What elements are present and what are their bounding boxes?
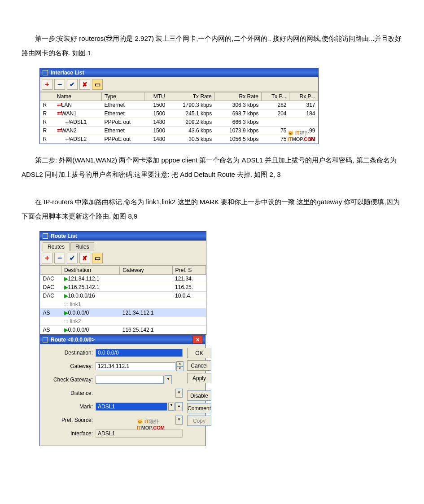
destination-input[interactable] <box>96 349 183 357</box>
table-cell: 43.6 kbps <box>168 127 214 135</box>
route-flag-cell <box>40 300 61 309</box>
route-col-header[interactable]: Gateway <box>120 266 172 275</box>
interface-name-cell: ⮂WAN2 <box>54 127 102 135</box>
table-cell: 30.5 kbps <box>168 135 214 144</box>
add-button[interactable]: + <box>42 253 52 263</box>
table-cell: 1500 <box>144 110 168 118</box>
table-row[interactable]: R⮂LANEthernet15001790.3 kbps306.3 kbps28… <box>40 101 318 110</box>
route-destination-cell: ::: link2 <box>61 317 206 326</box>
route-col-header[interactable]: Pref. S <box>172 266 205 275</box>
comments-button[interactable]: ▭ <box>92 253 103 263</box>
table-row[interactable]: R⮂WAN1Ethernet1500245.1 kbps698.7 kbps20… <box>40 110 318 118</box>
route-list-tabs: Routes Rules <box>40 241 206 251</box>
route-destination-cell: ▶116.25.142.1 <box>61 283 120 292</box>
route-dialog-titlebar: Route <0.0.0.0/0> ✕ <box>40 335 205 344</box>
window-icon <box>43 337 48 342</box>
route-gateway-cell <box>120 275 172 283</box>
route-list-toolbar: + − ✔ ✘ ▭ <box>40 251 206 266</box>
interface-col-header[interactable]: Rx Rate <box>214 92 261 101</box>
figure-interface-list: Interface List + − ✔ ✘ ▭ NameTypeMTUTx R… <box>39 68 402 144</box>
pref-source-expand[interactable]: ▼ <box>175 416 183 425</box>
table-cell: 99 <box>289 135 318 144</box>
cancel-button[interactable]: Cancel <box>187 360 211 371</box>
route-col-header[interactable] <box>40 266 61 275</box>
table-cell: R <box>40 127 54 135</box>
tab-rules[interactable]: Rules <box>70 242 94 251</box>
check-gateway-expand[interactable]: ▼ <box>165 375 172 384</box>
check-gateway-label: Check Gateway: <box>44 377 96 383</box>
remove-button[interactable]: − <box>54 253 65 263</box>
pref-source-label: Pref. Source: <box>44 417 96 423</box>
mark-dropdown[interactable]: ▼ <box>168 403 175 411</box>
table-cell: 99 <box>289 127 318 135</box>
enable-button[interactable]: ✔ <box>67 253 78 263</box>
gateway-spinner[interactable]: ▲▼ <box>176 361 183 371</box>
route-flag-cell: AS <box>40 309 61 317</box>
destination-label: Destination: <box>44 350 96 356</box>
table-row[interactable]: DAC▶116.25.142.1116.25. <box>40 283 206 292</box>
disable-button[interactable]: ✘ <box>79 79 90 90</box>
route-table[interactable]: DestinationGatewayPref. S DAC▶121.34.112… <box>40 266 206 334</box>
copy-button[interactable]: Copy <box>187 416 211 426</box>
table-cell: R <box>40 118 54 127</box>
distance-expand[interactable]: ▼ <box>175 389 183 398</box>
route-destination-cell: ▶10.0.0.0/16 <box>61 292 120 300</box>
interface-col-header[interactable]: Name <box>54 92 102 101</box>
apply-button[interactable]: Apply <box>187 373 211 383</box>
comment-button[interactable]: Comment <box>187 403 211 413</box>
disable-route-button[interactable]: Disable <box>187 390 211 401</box>
interface-col-header[interactable] <box>40 92 54 101</box>
tab-routes[interactable]: Routes <box>43 242 70 251</box>
table-row[interactable]: R⮂WAN2Ethernet150043.6 kbps1073.9 kbps75… <box>40 127 318 135</box>
table-cell: 75 <box>261 135 289 144</box>
interface-list-titlebar: Interface List <box>40 68 318 77</box>
mark-expand[interactable]: ▲ <box>175 402 183 411</box>
enable-button[interactable]: ✔ <box>67 79 78 90</box>
paragraph-ip-routers: 在 IP-routers 中添加路由标记,命名为 link1,link2 这里的… <box>22 195 402 223</box>
table-row[interactable]: AS▶0.0.0.0/0116.25.142.1 <box>40 326 206 334</box>
table-cell: 184 <box>289 110 318 118</box>
table-row[interactable]: AS▶0.0.0.0/0121.34.112.1 <box>40 309 206 317</box>
ok-button[interactable]: OK <box>187 348 211 358</box>
table-row[interactable]: DAC▶121.34.112.1121.34. <box>40 275 206 283</box>
route-flag-cell: DAC <box>40 275 61 283</box>
check-gateway-input[interactable] <box>96 376 164 384</box>
table-row[interactable]: R ⮂ADSL1PPPoE out1480209.2 kbps666.3 kbp… <box>40 118 318 127</box>
route-dialog-title: Route <0.0.0.0/0> <box>51 337 95 343</box>
table-cell: R <box>40 135 54 144</box>
table-cell: 1056.5 kbps <box>214 135 261 144</box>
interface-table[interactable]: NameTypeMTUTx RateRx RateTx P...Rx P... … <box>40 92 318 144</box>
add-button[interactable]: + <box>42 79 52 90</box>
table-cell: 75 <box>261 127 289 135</box>
interface-col-header[interactable]: Tx Rate <box>168 92 214 101</box>
interface-col-header[interactable]: Type <box>101 92 144 101</box>
disable-button[interactable]: ✘ <box>79 253 90 263</box>
table-cell: 317 <box>289 101 318 110</box>
table-cell: Ethernet <box>101 127 144 135</box>
route-gateway-cell: 116.25.142.1 <box>120 326 172 334</box>
mark-input[interactable] <box>96 403 167 411</box>
gateway-input[interactable] <box>96 362 175 370</box>
route-pref-cell <box>172 326 205 334</box>
table-cell: 666.3 kbps <box>214 118 261 127</box>
interface-name-cell: ⮂ADSL1 <box>54 118 102 127</box>
interface-label: Interface: <box>44 430 96 437</box>
route-gateway-cell: 121.34.112.1 <box>120 309 172 317</box>
table-row[interactable]: R ⮂ADSL2PPPoE out148030.5 kbps1056.5 kbp… <box>40 135 318 144</box>
interface-col-header[interactable]: Rx P... <box>289 92 318 101</box>
table-cell <box>261 118 289 127</box>
route-destination-cell: ::: link1 <box>61 300 206 309</box>
mark-label: Mark: <box>44 403 96 410</box>
table-row[interactable]: ::: link2 <box>40 317 206 326</box>
window-icon <box>43 70 48 75</box>
route-col-header[interactable]: Destination <box>61 266 120 275</box>
table-row[interactable]: DAC▶10.0.0.0/1610.0.4. <box>40 292 206 300</box>
interface-col-header[interactable]: Tx P... <box>261 92 289 101</box>
close-button[interactable]: ✕ <box>192 336 202 344</box>
route-pref-cell: 116.25. <box>172 283 205 292</box>
interface-list-toolbar: + − ✔ ✘ ▭ <box>40 77 318 92</box>
remove-button[interactable]: − <box>54 79 65 90</box>
comments-button[interactable]: ▭ <box>92 79 103 90</box>
table-row[interactable]: ::: link1 <box>40 300 206 309</box>
interface-col-header[interactable]: MTU <box>144 92 168 101</box>
